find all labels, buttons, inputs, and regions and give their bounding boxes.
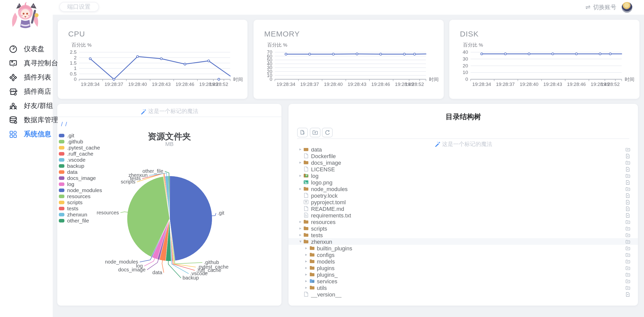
caret-down-icon[interactable]: ▾ (298, 239, 302, 244)
divider (297, 138, 629, 139)
sidebar-item-dashboard[interactable]: 仪表盘 (0, 42, 53, 56)
user-avatar[interactable] (621, 2, 632, 13)
magic-wand-icon (434, 141, 440, 147)
download-icon[interactable] (625, 213, 631, 218)
switch-account-button[interactable]: 切换账号 (593, 4, 616, 11)
sidebar-item-friends-groups[interactable]: 好友/群组 (0, 99, 53, 113)
caret-right-icon[interactable]: ▸ (298, 187, 302, 191)
download-icon[interactable] (625, 266, 631, 271)
tree-row-services[interactable]: ▸services (289, 278, 638, 285)
new-file-button[interactable] (297, 128, 308, 138)
sidebar-item-label: 插件列表 (24, 73, 51, 82)
sidebar-item-system-info[interactable]: 系统信息 (0, 127, 53, 141)
svg-text:other_file: other_file (143, 168, 164, 174)
svg-text:19:28:37: 19:28:37 (300, 82, 319, 87)
database-icon (9, 116, 18, 125)
tree-row-requirements.txt[interactable]: requirements.txt (289, 212, 638, 219)
caret-right-icon[interactable]: ▸ (304, 279, 308, 284)
download-icon[interactable] (625, 239, 631, 244)
tree-row-Dockerfile[interactable]: Dockerfile (289, 153, 638, 159)
download-icon[interactable] (625, 193, 631, 198)
caret-right-icon[interactable]: ▸ (298, 148, 302, 152)
svg-text:时间: 时间 (429, 77, 439, 82)
tree-row-builtin_plugins[interactable]: ▸builtin_plugins (289, 245, 638, 252)
tree-row-node_modules[interactable]: ▸node_modules (289, 186, 638, 192)
download-icon[interactable] (625, 173, 631, 178)
download-icon[interactable] (625, 285, 631, 290)
tree-row-docs_image[interactable]: ▸docs_image (289, 159, 638, 166)
caret-right-icon[interactable]: ▸ (298, 174, 302, 178)
tree-row-utils[interactable]: ▸utils (289, 285, 638, 291)
refresh-button[interactable] (322, 128, 333, 138)
tree-row-resources[interactable]: ▸resources (289, 219, 638, 225)
tree-row-tests[interactable]: ▸tests (289, 232, 638, 238)
tree-row-configs[interactable]: ▸configs (289, 252, 638, 258)
download-icon[interactable] (625, 272, 631, 277)
download-icon[interactable] (625, 252, 631, 257)
svg-text:19:28:52: 19:28:52 (405, 82, 424, 87)
dashboard-icon (9, 45, 18, 54)
folder-icon (309, 259, 315, 264)
tree-row-label: __version__ (311, 291, 342, 297)
tree-row-plugins_[interactable]: ▸plugins_ (289, 271, 638, 278)
download-icon[interactable] (625, 219, 631, 225)
download-icon[interactable] (625, 206, 631, 211)
caret-right-icon[interactable]: ▸ (304, 286, 308, 290)
tree-row-LICENSE[interactable]: LICENSE (289, 166, 638, 173)
tree-row-poetry.lock[interactable]: poetry.lock (289, 192, 638, 199)
caret-right-icon[interactable]: ▸ (298, 226, 302, 231)
sidebar-item-database[interactable]: 数据库管理 (0, 113, 53, 127)
sidebar-item-plugin-list[interactable]: 插件列表 (0, 70, 53, 85)
caret-right-icon[interactable]: ▸ (298, 220, 302, 224)
resource-folders-pie-chart[interactable]: .git.github.pytest_cache.ruff_cache.vsco… (58, 104, 281, 305)
sidebar-item-label: 数据库管理 (24, 116, 58, 125)
toml-icon (303, 199, 309, 205)
download-icon[interactable] (625, 200, 631, 205)
tree-row-logo.png[interactable]: logo.png (289, 179, 638, 186)
port-settings-button[interactable]: 端口设置 (59, 2, 99, 12)
download-icon[interactable] (625, 246, 631, 251)
caret-right-icon[interactable]: ▸ (304, 253, 308, 257)
download-icon[interactable] (625, 160, 631, 165)
tree-row-plugins[interactable]: ▸plugins (289, 265, 638, 271)
download-icon[interactable] (625, 180, 631, 185)
tree-row-README.md[interactable]: README.md (289, 206, 638, 212)
download-icon[interactable] (625, 148, 631, 152)
download-icon[interactable] (625, 167, 631, 172)
tree-row-data[interactable]: ▸data (289, 148, 638, 153)
file-icon (303, 166, 309, 172)
download-icon[interactable] (625, 154, 631, 159)
sidebar-item-console[interactable]: 真寻控制台 (0, 56, 53, 70)
download-icon[interactable] (625, 292, 631, 297)
tree-row-zhenxun[interactable]: ▾zhenxun (289, 238, 638, 245)
caret-right-icon[interactable]: ▸ (298, 160, 302, 165)
directory-tree-card: 目录结构树 这是一个标记的魔法 ▸dataDockerfile▸docs_ima… (289, 104, 638, 305)
tree-row-__version__[interactable]: __version__ (289, 291, 638, 298)
folder-icon (309, 272, 315, 277)
download-icon[interactable] (625, 187, 631, 192)
new-folder-button[interactable] (310, 128, 320, 138)
tree-row-label: README.md (311, 206, 344, 212)
topbar: 端口设置 ⇌ 切换账号 (53, 0, 644, 14)
sidebar-item-label: 真寻控制台 (24, 59, 58, 68)
download-icon[interactable] (625, 259, 631, 264)
caret-right-icon[interactable]: ▸ (304, 266, 308, 270)
tree-row-pyproject.toml[interactable]: pyproject.toml (289, 199, 638, 206)
tree-row-label: LICENSE (311, 166, 335, 172)
tree-title: 目录结构树 (289, 113, 638, 122)
caret-right-icon[interactable]: ▸ (304, 272, 308, 277)
sidebar-item-plugin-store[interactable]: 插件商店 (0, 85, 53, 99)
caret-right-icon[interactable]: ▸ (298, 233, 302, 237)
download-icon[interactable] (625, 226, 631, 231)
tree-row-log[interactable]: ▸log (289, 173, 638, 179)
file-icon (303, 292, 309, 297)
download-icon[interactable] (625, 279, 631, 284)
tree-row-models[interactable]: ▸models (289, 258, 638, 265)
download-icon[interactable] (625, 233, 631, 238)
image-icon (303, 180, 309, 185)
tree-row-scripts[interactable]: ▸scripts (289, 225, 638, 232)
caret-right-icon[interactable]: ▸ (304, 259, 308, 264)
file-icon (303, 153, 309, 159)
caret-right-icon[interactable]: ▸ (304, 246, 308, 251)
svg-text:19:28:34: 19:28:34 (277, 82, 295, 87)
